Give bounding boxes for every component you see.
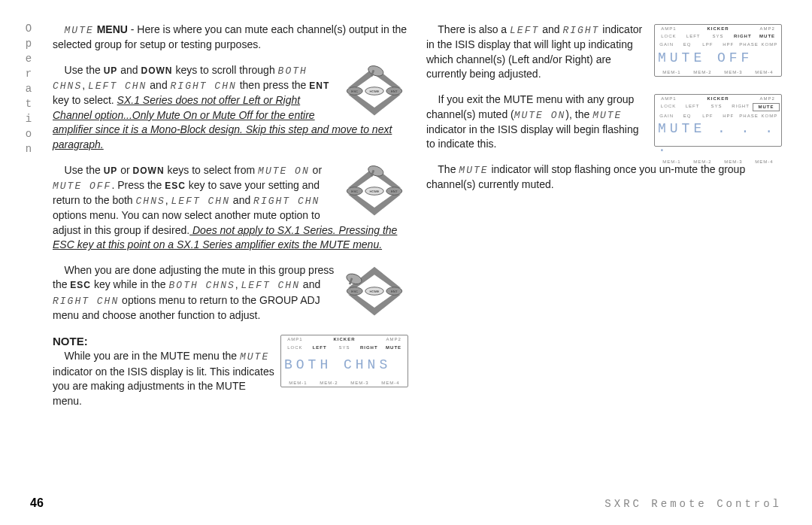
lcd-mute: MUTE [65, 25, 94, 36]
t: Use the [65, 164, 104, 176]
isis-display-3: AMP1KICKERAMP2 LOCKLEFTSYSRIGHTMUTE GAIN… [654, 94, 782, 147]
t: and [300, 278, 320, 290]
remote-diagram-1: ESC HOME ENT [341, 65, 408, 117]
t: The [438, 163, 459, 175]
t: and [147, 79, 170, 91]
isis-row-3: GAINEQLPFHPFPHASEKOMP [655, 41, 781, 48]
lcd-mute: MUTE [592, 110, 622, 121]
svg-marker-1 [348, 94, 401, 115]
svg-text:ESC: ESC [351, 290, 358, 293]
svg-marker-8 [348, 194, 401, 215]
lcd-both-chns: BOTH CHNS [169, 280, 235, 291]
para-step3-wrap: ESC HOME ENT When you are done adjusting… [53, 263, 408, 334]
esc-label: ESC [351, 90, 358, 93]
isis-main-1: BOTH CHNS [281, 351, 408, 379]
left-column: MUTE MENU - Here is where you can mute e… [53, 23, 408, 480]
t: and [117, 64, 141, 76]
right-column: AMP1KICKERAMP2 LOCKLEFTSYSRIGHTMUTE GAIN… [426, 23, 782, 480]
t: or [310, 164, 322, 176]
ent-label: ENT [391, 90, 398, 93]
t: key while in the [91, 278, 169, 290]
section-tab: Operation [23, 23, 35, 158]
t: and [230, 194, 253, 206]
para-r3: The MUTE indicator will stop flashing on… [426, 162, 782, 193]
menu-label: MENU [97, 23, 128, 35]
lcd-mute: MUTE [459, 165, 488, 176]
t: ), the [565, 108, 592, 120]
lcd-chns: CHNS [136, 196, 165, 207]
lcd-left-chn: LEFT CHN [241, 280, 300, 291]
lcd-right-chn: RIGHT CHN [171, 80, 237, 92]
lcd-mute: MUTE [240, 351, 269, 363]
lcd-right-chn: RIGHT CHN [253, 196, 320, 207]
manual-page: Operation MUTE MENU - Here is where you … [0, 0, 812, 525]
remote-icon: ESC HOME ENT [341, 165, 408, 217]
lcd-right-chn: RIGHT CHN [53, 296, 119, 307]
t: keys to select from [165, 164, 258, 176]
svg-text:ENT: ENT [391, 290, 398, 293]
lcd-right: RIGHT [562, 25, 599, 36]
isis-row-4: MEM-1MEM-2MEM-3MEM-4 [281, 379, 408, 387]
isis-row-2: LOCKLEFTSYSRIGHTMUTE [281, 344, 408, 351]
up-key: UP [104, 165, 118, 176]
para-step1-wrap: ESC HOME ENT Use the UP and DOWN keys to… [53, 63, 408, 163]
t: . Press the [111, 179, 165, 191]
isis-row-1: AMP1KICKERAMP2 [655, 95, 781, 102]
t: keys to scroll through [173, 64, 278, 76]
isis-row-3: GAINEQLPFHPFPHASEKOMP [655, 112, 781, 120]
t: indicator in the ISIS display will begin… [426, 123, 639, 150]
isis-row-2: LOCKLEFTSYSRIGHTMUTE [655, 32, 781, 40]
lcd-left-chn: LEFT CHN [171, 196, 230, 207]
isis-main-2: MUTE OFF [655, 48, 781, 68]
remote-icon: ESC HOME ENT [341, 65, 408, 117]
remote-icon: ESC HOME ENT [341, 265, 408, 317]
text-columns: MUTE MENU - Here is where you can mute e… [53, 23, 782, 480]
footer-title: SXRC Remote Control [604, 498, 782, 510]
t: indicator on the ISIS display is lit. Th… [53, 366, 274, 407]
remote-diagram-2: ESC HOME ENT [341, 165, 408, 217]
home-label: HOME [369, 90, 379, 93]
isis-display-2: AMP1KICKERAMP2 LOCKLEFTSYSRIGHTMUTE GAIN… [654, 24, 782, 77]
t: or [117, 164, 132, 176]
t: and [539, 23, 562, 35]
page-number: 46 [30, 496, 44, 510]
lcd-mute-off: MUTE OFF [53, 181, 111, 192]
svg-text:ESC: ESC [351, 189, 358, 193]
ent-key: ENT [309, 80, 329, 91]
down-key: DOWN [133, 165, 165, 176]
remote-diagram-3: ESC HOME ENT [341, 265, 408, 317]
para-r2-wrap: AMP1KICKERAMP2 LOCKLEFTSYSRIGHTMUTE GAIN… [426, 93, 782, 162]
svg-marker-18 [348, 294, 401, 315]
para-mute-menu: MUTE MENU - Here is where you can mute e… [53, 23, 408, 53]
isis-main-3: MUTE . . . . [655, 120, 781, 157]
svg-text:ENT: ENT [391, 189, 398, 193]
t: , [165, 194, 171, 206]
para-step2-wrap: ESC HOME ENT Use the UP or DOWN keys to … [53, 163, 408, 263]
t: then press the [237, 79, 310, 91]
page-footer: 46 SXRC Remote Control [30, 496, 782, 510]
esc-key: ESC [165, 181, 186, 191]
up-key: UP [104, 65, 118, 76]
note-wrap: AMP1KICKERAMP2 LOCKLEFTSYSRIGHTMUTE BOTH… [53, 333, 408, 419]
isis-display-1: AMP1KICKERAMP2 LOCKLEFTSYSRIGHTMUTE BOTH… [280, 335, 408, 387]
isis-row-1: AMP1KICKERAMP2 [655, 25, 781, 32]
t: There is also a [438, 23, 510, 35]
t: While you are in the MUTE menu the [65, 350, 240, 362]
svg-text:HOME: HOME [369, 189, 379, 193]
isis-row-2: LOCKLEFTSYSRIGHTMUTE [655, 102, 781, 111]
t: , [82, 79, 88, 91]
isis-row-4: MEM-1MEM-2MEM-3MEM-4 [655, 68, 781, 76]
t: , [235, 278, 241, 290]
down-key: DOWN [141, 65, 173, 76]
lcd-left: LEFT [510, 25, 539, 36]
t: key to select. [53, 94, 117, 106]
lcd-mute-on: MUTE ON [514, 110, 566, 121]
t: Use the [65, 64, 104, 76]
esc-key: ESC [70, 280, 91, 290]
lcd-mute-on: MUTE ON [258, 165, 310, 177]
para-r1-wrap: AMP1KICKERAMP2 LOCKLEFTSYSRIGHTMUTE GAIN… [426, 23, 782, 93]
svg-text:HOME: HOME [369, 290, 379, 293]
isis-row-1: AMP1KICKERAMP2 [281, 335, 408, 343]
lcd-left-chn: LEFT CHN [88, 80, 147, 92]
